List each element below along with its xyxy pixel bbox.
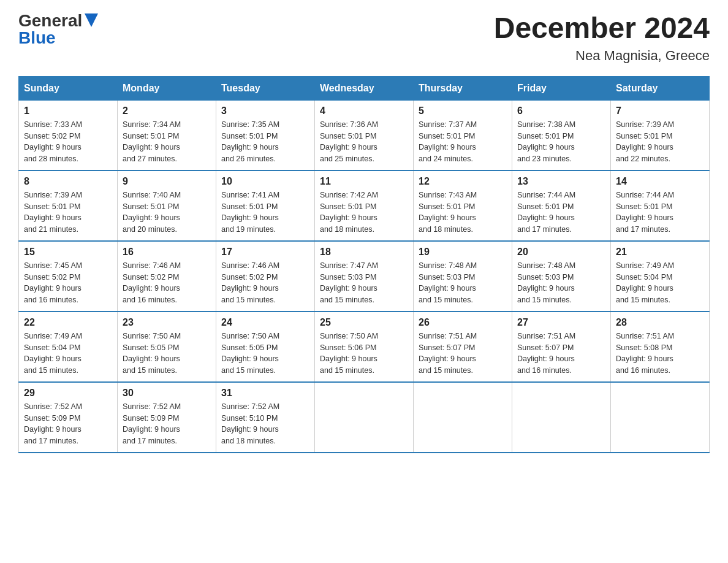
calendar-cell bbox=[512, 382, 611, 453]
day-info: Sunrise: 7:33 AM Sunset: 5:02 PM Dayligh… bbox=[24, 119, 112, 165]
calendar-cell: 29 Sunrise: 7:52 AM Sunset: 5:09 PM Dayl… bbox=[19, 382, 118, 453]
day-number: 21 bbox=[616, 247, 704, 258]
calendar-week-row: 29 Sunrise: 7:52 AM Sunset: 5:09 PM Dayl… bbox=[19, 382, 710, 453]
calendar-week-row: 8 Sunrise: 7:39 AM Sunset: 5:01 PM Dayli… bbox=[19, 170, 710, 241]
calendar-cell: 5 Sunrise: 7:37 AM Sunset: 5:01 PM Dayli… bbox=[414, 100, 512, 170]
day-number: 30 bbox=[123, 388, 211, 399]
day-info: Sunrise: 7:51 AM Sunset: 5:08 PM Dayligh… bbox=[616, 331, 704, 377]
day-info: Sunrise: 7:52 AM Sunset: 5:09 PM Dayligh… bbox=[24, 401, 112, 447]
calendar-header-sunday: Sunday bbox=[19, 76, 118, 100]
calendar-cell bbox=[414, 382, 512, 453]
calendar-cell: 4 Sunrise: 7:36 AM Sunset: 5:01 PM Dayli… bbox=[315, 100, 414, 170]
day-number: 1 bbox=[24, 105, 112, 117]
calendar-header-wednesday: Wednesday bbox=[315, 76, 414, 100]
day-number: 6 bbox=[517, 105, 605, 117]
day-number: 7 bbox=[616, 105, 704, 117]
logo-arrow-icon bbox=[85, 13, 98, 27]
calendar-cell: 13 Sunrise: 7:44 AM Sunset: 5:01 PM Dayl… bbox=[512, 170, 611, 241]
day-info: Sunrise: 7:37 AM Sunset: 5:01 PM Dayligh… bbox=[419, 119, 507, 165]
day-info: Sunrise: 7:38 AM Sunset: 5:01 PM Dayligh… bbox=[517, 119, 605, 165]
day-info: Sunrise: 7:47 AM Sunset: 5:03 PM Dayligh… bbox=[320, 260, 408, 306]
calendar-header-saturday: Saturday bbox=[611, 76, 710, 100]
day-number: 22 bbox=[24, 317, 112, 328]
day-number: 17 bbox=[221, 247, 309, 258]
day-number: 12 bbox=[419, 176, 507, 187]
calendar-cell: 1 Sunrise: 7:33 AM Sunset: 5:02 PM Dayli… bbox=[19, 100, 118, 170]
calendar-cell: 30 Sunrise: 7:52 AM Sunset: 5:09 PM Dayl… bbox=[118, 382, 216, 453]
calendar-cell bbox=[611, 382, 710, 453]
calendar-cell: 6 Sunrise: 7:38 AM Sunset: 5:01 PM Dayli… bbox=[512, 100, 611, 170]
day-info: Sunrise: 7:46 AM Sunset: 5:02 PM Dayligh… bbox=[123, 260, 211, 306]
day-number: 13 bbox=[517, 176, 605, 187]
calendar-cell: 14 Sunrise: 7:44 AM Sunset: 5:01 PM Dayl… bbox=[611, 170, 710, 241]
day-number: 3 bbox=[221, 105, 309, 117]
title-section: December 2024 Nea Magnisia, Greece bbox=[494, 12, 710, 64]
day-number: 14 bbox=[616, 176, 704, 187]
day-info: Sunrise: 7:51 AM Sunset: 5:07 PM Dayligh… bbox=[517, 331, 605, 377]
day-number: 23 bbox=[123, 317, 211, 328]
calendar-cell: 22 Sunrise: 7:49 AM Sunset: 5:04 PM Dayl… bbox=[19, 312, 118, 382]
day-number: 25 bbox=[320, 317, 408, 328]
day-info: Sunrise: 7:43 AM Sunset: 5:01 PM Dayligh… bbox=[419, 190, 507, 236]
calendar-cell: 17 Sunrise: 7:46 AM Sunset: 5:02 PM Dayl… bbox=[216, 241, 315, 312]
calendar-header-friday: Friday bbox=[512, 76, 611, 100]
day-number: 27 bbox=[517, 317, 605, 328]
calendar-cell bbox=[315, 382, 414, 453]
day-info: Sunrise: 7:36 AM Sunset: 5:01 PM Dayligh… bbox=[320, 119, 408, 165]
day-info: Sunrise: 7:52 AM Sunset: 5:09 PM Dayligh… bbox=[123, 401, 211, 447]
calendar-cell: 20 Sunrise: 7:48 AM Sunset: 5:03 PM Dayl… bbox=[512, 241, 611, 312]
calendar-cell: 21 Sunrise: 7:49 AM Sunset: 5:04 PM Dayl… bbox=[611, 241, 710, 312]
svg-marker-0 bbox=[85, 13, 98, 27]
day-info: Sunrise: 7:50 AM Sunset: 5:05 PM Dayligh… bbox=[221, 331, 309, 377]
day-info: Sunrise: 7:49 AM Sunset: 5:04 PM Dayligh… bbox=[24, 331, 112, 377]
day-number: 2 bbox=[123, 105, 211, 117]
day-info: Sunrise: 7:44 AM Sunset: 5:01 PM Dayligh… bbox=[517, 190, 605, 236]
calendar-cell: 27 Sunrise: 7:51 AM Sunset: 5:07 PM Dayl… bbox=[512, 312, 611, 382]
day-info: Sunrise: 7:39 AM Sunset: 5:01 PM Dayligh… bbox=[24, 190, 112, 236]
calendar-week-row: 22 Sunrise: 7:49 AM Sunset: 5:04 PM Dayl… bbox=[19, 312, 710, 382]
calendar-cell: 11 Sunrise: 7:42 AM Sunset: 5:01 PM Dayl… bbox=[315, 170, 414, 241]
calendar-cell: 28 Sunrise: 7:51 AM Sunset: 5:08 PM Dayl… bbox=[611, 312, 710, 382]
day-info: Sunrise: 7:52 AM Sunset: 5:10 PM Dayligh… bbox=[221, 401, 309, 447]
calendar-header-row: SundayMondayTuesdayWednesdayThursdayFrid… bbox=[19, 76, 710, 100]
calendar-header-thursday: Thursday bbox=[414, 76, 512, 100]
calendar-cell: 8 Sunrise: 7:39 AM Sunset: 5:01 PM Dayli… bbox=[19, 170, 118, 241]
day-number: 24 bbox=[221, 317, 309, 328]
day-number: 10 bbox=[221, 176, 309, 187]
day-number: 26 bbox=[419, 317, 507, 328]
day-number: 28 bbox=[616, 317, 704, 328]
page-title: December 2024 bbox=[494, 12, 710, 45]
logo-general-text: General bbox=[18, 12, 82, 29]
day-info: Sunrise: 7:34 AM Sunset: 5:01 PM Dayligh… bbox=[123, 119, 211, 165]
calendar-cell: 23 Sunrise: 7:50 AM Sunset: 5:05 PM Dayl… bbox=[118, 312, 216, 382]
day-info: Sunrise: 7:41 AM Sunset: 5:01 PM Dayligh… bbox=[221, 190, 309, 236]
calendar-cell: 19 Sunrise: 7:48 AM Sunset: 5:03 PM Dayl… bbox=[414, 241, 512, 312]
calendar-header-monday: Monday bbox=[118, 76, 216, 100]
day-number: 15 bbox=[24, 247, 112, 258]
day-number: 11 bbox=[320, 176, 408, 187]
day-info: Sunrise: 7:51 AM Sunset: 5:07 PM Dayligh… bbox=[419, 331, 507, 377]
day-info: Sunrise: 7:50 AM Sunset: 5:05 PM Dayligh… bbox=[123, 331, 211, 377]
day-info: Sunrise: 7:45 AM Sunset: 5:02 PM Dayligh… bbox=[24, 260, 112, 306]
day-number: 20 bbox=[517, 247, 605, 258]
calendar-week-row: 15 Sunrise: 7:45 AM Sunset: 5:02 PM Dayl… bbox=[19, 241, 710, 312]
logo: General Blue bbox=[18, 12, 98, 47]
day-number: 9 bbox=[123, 176, 211, 187]
day-number: 4 bbox=[320, 105, 408, 117]
day-number: 31 bbox=[221, 388, 309, 399]
day-number: 18 bbox=[320, 247, 408, 258]
calendar-cell: 16 Sunrise: 7:46 AM Sunset: 5:02 PM Dayl… bbox=[118, 241, 216, 312]
day-info: Sunrise: 7:35 AM Sunset: 5:01 PM Dayligh… bbox=[221, 119, 309, 165]
calendar-cell: 25 Sunrise: 7:50 AM Sunset: 5:06 PM Dayl… bbox=[315, 312, 414, 382]
day-number: 5 bbox=[419, 105, 507, 117]
calendar-cell: 31 Sunrise: 7:52 AM Sunset: 5:10 PM Dayl… bbox=[216, 382, 315, 453]
day-info: Sunrise: 7:46 AM Sunset: 5:02 PM Dayligh… bbox=[221, 260, 309, 306]
day-info: Sunrise: 7:40 AM Sunset: 5:01 PM Dayligh… bbox=[123, 190, 211, 236]
day-number: 19 bbox=[419, 247, 507, 258]
day-info: Sunrise: 7:49 AM Sunset: 5:04 PM Dayligh… bbox=[616, 260, 704, 306]
calendar-cell: 15 Sunrise: 7:45 AM Sunset: 5:02 PM Dayl… bbox=[19, 241, 118, 312]
calendar-header-tuesday: Tuesday bbox=[216, 76, 315, 100]
day-number: 16 bbox=[123, 247, 211, 258]
calendar-week-row: 1 Sunrise: 7:33 AM Sunset: 5:02 PM Dayli… bbox=[19, 100, 710, 170]
day-info: Sunrise: 7:39 AM Sunset: 5:01 PM Dayligh… bbox=[616, 119, 704, 165]
